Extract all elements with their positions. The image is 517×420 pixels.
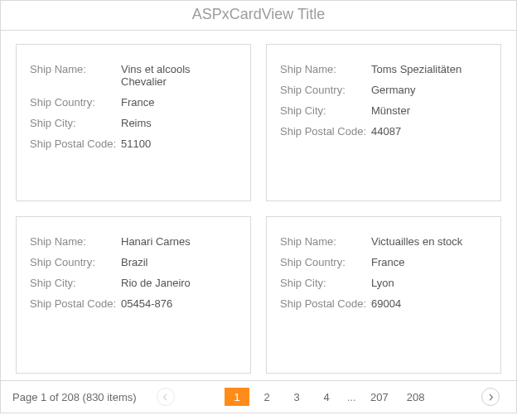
field-label-ship-city: Ship City: [30, 117, 121, 129]
field-value-ship-city: Lyon [371, 277, 394, 289]
field-label-ship-country: Ship Country: [280, 84, 371, 96]
field-label-ship-postal: Ship Postal Code: [30, 297, 121, 310]
pager-page-2[interactable]: 2 [254, 388, 279, 406]
field-label-ship-country: Ship Country: [280, 256, 371, 268]
card-row: Ship Name: Toms Spezialitäten [280, 63, 487, 75]
card-row: Ship Country: Germany [280, 84, 487, 96]
pager-page-208[interactable]: 208 [400, 388, 432, 406]
card-view: ASPxCardView Title Ship Name: Vins et al… [0, 0, 517, 413]
field-label-ship-name: Ship Name: [280, 235, 371, 248]
field-label-ship-name: Ship Name: [30, 63, 121, 88]
card-row: Ship Country: France [280, 256, 487, 268]
field-value-ship-city: Münster [371, 104, 410, 117]
field-value-ship-postal: 44087 [371, 125, 401, 138]
pager-page-207[interactable]: 207 [364, 388, 395, 406]
field-value-ship-postal: 69004 [371, 297, 401, 310]
field-value-ship-name: Toms Spezialitäten [371, 63, 461, 75]
card-row: Ship Name: Vins et alcools Chevalier [30, 63, 237, 88]
field-label-ship-name: Ship Name: [280, 63, 371, 75]
card-row: Ship City: Münster [280, 104, 487, 117]
field-label-ship-postal: Ship Postal Code: [30, 138, 121, 150]
field-label-ship-country: Ship Country: [30, 96, 121, 109]
field-value-ship-country: France [371, 256, 404, 268]
field-value-ship-country: France [121, 96, 154, 109]
cards-area: Ship Name: Vins et alcools Chevalier Shi… [1, 31, 516, 380]
field-label-ship-country: Ship Country: [30, 256, 121, 268]
field-value-ship-city: Rio de Janeiro [121, 277, 191, 289]
card-row: Ship Country: Brazil [30, 256, 237, 268]
card: Ship Name: Hanari Carnes Ship Country: B… [16, 216, 251, 374]
card-row: Ship Postal Code: 69004 [280, 297, 487, 310]
pager-page-1[interactable]: 1 [225, 388, 249, 406]
title-text: ASPxCardView Title [192, 6, 326, 22]
card: Ship Name: Toms Spezialitäten Ship Count… [266, 44, 501, 201]
pager-page-4[interactable]: 4 [314, 388, 339, 406]
field-value-ship-postal: 05454-876 [121, 297, 172, 310]
pager: Page 1 of 208 (830 items) 1234...207208 [1, 380, 516, 413]
field-label-ship-name: Ship Name: [30, 235, 121, 248]
field-value-ship-name: Hanari Carnes [121, 235, 191, 248]
field-label-ship-city: Ship City: [280, 104, 371, 117]
field-label-ship-postal: Ship Postal Code: [280, 297, 371, 310]
card-row: Ship Name: Hanari Carnes [30, 235, 237, 248]
field-value-ship-country: Brazil [121, 256, 148, 268]
title-bar: ASPxCardView Title [1, 1, 516, 31]
chevron-left-icon [162, 393, 169, 401]
pager-ellipsis: ... [341, 391, 361, 403]
pager-prev-button[interactable] [157, 388, 175, 406]
field-value-ship-postal: 51100 [121, 138, 151, 150]
pager-next-button[interactable] [481, 388, 500, 406]
card: Ship Name: Victuailles en stock Ship Cou… [266, 216, 501, 374]
field-label-ship-city: Ship City: [280, 277, 371, 289]
field-label-ship-postal: Ship Postal Code: [280, 125, 371, 138]
pager-page-list: 1234...207208 [180, 388, 476, 406]
card: Ship Name: Vins et alcools Chevalier Shi… [16, 44, 251, 201]
card-row: Ship City: Reims [30, 117, 237, 129]
field-value-ship-name: Vins et alcools Chevalier [121, 63, 237, 88]
chevron-right-icon [487, 393, 495, 401]
card-row: Ship Postal Code: 05454-876 [30, 297, 237, 310]
card-row: Ship Name: Victuailles en stock [280, 235, 487, 248]
pager-summary: Page 1 of 208 (830 items) [12, 391, 137, 403]
field-value-ship-city: Reims [121, 117, 152, 129]
card-row: Ship Country: France [30, 96, 237, 109]
card-row: Ship City: Rio de Janeiro [30, 277, 237, 289]
field-label-ship-city: Ship City: [30, 277, 121, 289]
field-value-ship-country: Germany [371, 84, 415, 96]
field-value-ship-name: Victuailles en stock [371, 235, 462, 248]
card-row: Ship City: Lyon [280, 277, 487, 289]
card-row: Ship Postal Code: 44087 [280, 125, 487, 138]
card-row: Ship Postal Code: 51100 [30, 138, 237, 150]
pager-page-3[interactable]: 3 [284, 388, 309, 406]
